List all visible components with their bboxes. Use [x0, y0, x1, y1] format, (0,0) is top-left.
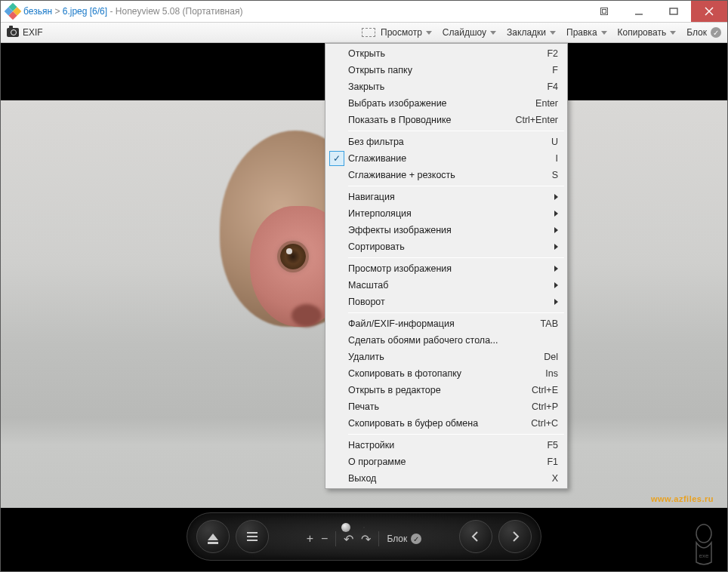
menu-item[interactable]: УдалитьDel	[327, 349, 566, 365]
menu-item[interactable]: Масштаб	[327, 277, 566, 294]
menu-item-label: Закрыть	[348, 81, 547, 92]
rotate-right-button[interactable]: ↷	[361, 532, 371, 546]
menu-item-shortcut: Del	[544, 352, 558, 362]
menu-button[interactable]	[236, 520, 269, 553]
menu-item[interactable]: Сделать обоями рабочего стола...	[327, 332, 566, 349]
chevron-down-icon	[670, 31, 676, 35]
exif-label: EXIF	[23, 27, 43, 38]
menu-icon	[247, 532, 258, 541]
menu-item-shortcut: TAB	[541, 318, 558, 329]
view-rect-icon	[362, 28, 375, 37]
chevron-down-icon	[601, 31, 607, 35]
next-button[interactable]	[498, 520, 532, 553]
menu-item[interactable]: ✓СглаживаниеI	[327, 150, 566, 167]
menu-lock-label: Блок	[686, 27, 707, 38]
menu-item-shortcut: F5	[547, 440, 558, 451]
watermark: www.azfiles.ru	[651, 494, 714, 503]
chevron-right-icon	[554, 211, 558, 217]
menu-item[interactable]: ЗакрытьF4	[327, 78, 566, 95]
chevron-right-icon	[554, 282, 558, 288]
menu-item[interactable]: Эффекты изображения	[327, 222, 566, 238]
close-button[interactable]	[691, 1, 727, 22]
chevron-right-icon	[554, 244, 558, 250]
menu-item-shortcut: Ins	[545, 368, 558, 379]
menu-item[interactable]: Открыть папкуF	[327, 62, 566, 78]
menu-item-shortcut: F2	[547, 48, 558, 59]
title-index: [6/6]	[90, 6, 107, 17]
exif-button[interactable]: EXIF	[7, 27, 43, 38]
menu-item-label: Сглаживание	[348, 153, 556, 164]
eject-button[interactable]	[196, 520, 230, 553]
menu-item[interactable]: ВыходX	[327, 470, 566, 487]
context-menu: ОткрытьF2Открыть папкуFЗакрытьF4Выбрать …	[325, 43, 568, 489]
svg-rect-1	[670, 8, 677, 14]
menu-item[interactable]: Сортировать	[327, 238, 566, 255]
camera-icon	[7, 28, 19, 37]
panel-lock-button[interactable]: Блок✓	[387, 534, 421, 544]
menu-item-label: Выбрать изображение	[348, 98, 535, 109]
title-file: 6.jpeg	[63, 6, 88, 17]
prev-button[interactable]	[459, 520, 492, 553]
menu-copy[interactable]: Копировать	[618, 27, 677, 38]
menu-item[interactable]: Скопировать в фотопапкуIns	[327, 365, 566, 382]
menu-item-label: Печать	[348, 401, 532, 412]
minimize-button[interactable]	[622, 1, 656, 22]
menu-item-label: Сделать обоями рабочего стола...	[348, 335, 558, 346]
menu-item-shortcut: Ctrl+E	[532, 385, 558, 395]
menu-item-label: Открыть	[348, 48, 547, 59]
menu-item-label: Удалить	[348, 352, 544, 362]
menu-item[interactable]: Без фильтраU	[327, 134, 566, 150]
title-folder: безьян	[23, 6, 52, 17]
eject-icon	[208, 534, 218, 540]
menu-item-shortcut: F1	[547, 457, 558, 467]
menu-item-shortcut: S	[552, 170, 558, 180]
menu-item-label: Открыть папку	[348, 65, 552, 75]
menu-item[interactable]: Выбрать изображениеEnter	[327, 95, 566, 112]
maximize-button[interactable]	[656, 1, 691, 22]
menu-item[interactable]: Поворот	[327, 294, 566, 310]
menu-item-label: Просмотр изображения	[348, 263, 554, 274]
chevron-right-icon	[554, 227, 558, 233]
menu-lock[interactable]: Блок✓	[686, 27, 721, 38]
menu-item[interactable]: Просмотр изображения	[327, 260, 566, 277]
menu-item-shortcut: F	[552, 65, 558, 75]
menu-view[interactable]: Просмотр	[362, 27, 432, 38]
menu-item[interactable]: Скопировать в буфер обменаCtrl+C	[327, 415, 566, 432]
slider-knob[interactable]	[341, 523, 350, 532]
menu-item-label: Сглаживание + резкость	[348, 170, 552, 180]
menu-view-label: Просмотр	[381, 27, 422, 38]
menu-item-label: Скопировать в фотопапку	[348, 368, 545, 379]
menu-item[interactable]: ПечатьCtrl+P	[327, 398, 566, 415]
chevron-right-icon	[554, 299, 558, 305]
menu-edit[interactable]: Правка	[566, 27, 607, 38]
menu-item-label: Интерполяция	[348, 208, 554, 219]
zoom-in-button[interactable]: +	[307, 532, 313, 546]
menu-item-shortcut: Ctrl+Enter	[515, 115, 558, 125]
check-circle-icon: ✓	[711, 27, 721, 38]
menu-slideshow[interactable]: Слайдшоу	[443, 27, 496, 38]
app-icon	[5, 3, 22, 20]
progress-slider[interactable]	[363, 527, 365, 528]
rotate-left-button[interactable]: ↶	[344, 532, 353, 546]
menu-item-label: Без фильтра	[348, 137, 551, 147]
menu-item[interactable]: Интерполяция	[327, 205, 566, 222]
menu-item[interactable]: Сглаживание + резкостьS	[327, 167, 566, 183]
menu-item-label: Масштаб	[348, 280, 554, 291]
zoom-out-button[interactable]: −	[321, 532, 328, 546]
menu-item[interactable]: Показать в ПроводникеCtrl+Enter	[327, 112, 566, 128]
menu-item-shortcut: Enter	[535, 98, 558, 109]
svg-point-4	[696, 524, 711, 543]
menu-item[interactable]: НастройкиF5	[327, 437, 566, 454]
menu-item[interactable]: Навигация	[327, 189, 566, 205]
check-icon: ✓	[329, 151, 344, 166]
menu-item[interactable]: О программеF1	[327, 454, 566, 470]
menu-item[interactable]: ОткрытьF2	[327, 45, 566, 62]
fullscreen-button[interactable]	[587, 1, 622, 22]
menu-bookmarks[interactable]: Закладки	[507, 27, 556, 38]
menu-item[interactable]: Файл/EXIF-информацияTAB	[327, 315, 566, 332]
check-circle-icon: ✓	[411, 534, 421, 544]
title-app: Honeyview 5.08 (Портативная)	[116, 6, 243, 17]
panel-tools: + − ↶ ↷ Блок✓	[307, 531, 422, 546]
menu-item-label: Эффекты изображения	[348, 225, 554, 235]
menu-item[interactable]: Открыть в редактореCtrl+E	[327, 382, 566, 398]
